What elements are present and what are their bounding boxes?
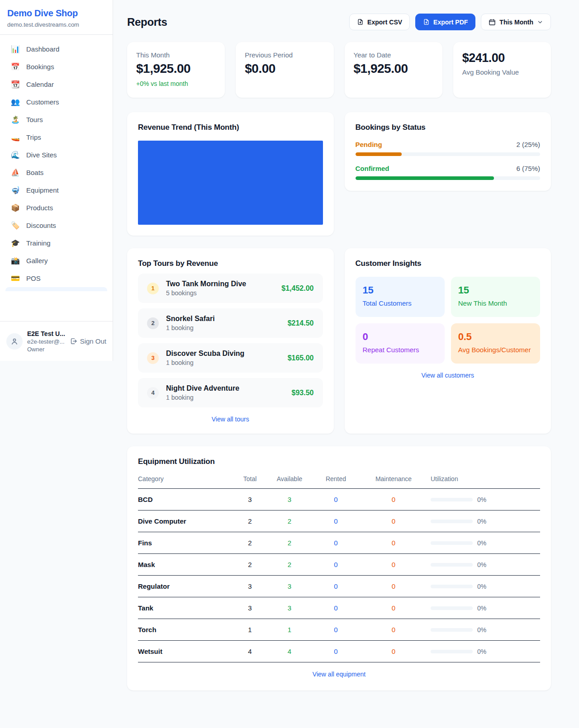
insight-tile: 15 Total Customers	[356, 277, 445, 317]
equipment-total: 4	[228, 648, 271, 655]
nav-item-label: Bookings	[26, 63, 54, 71]
utilization-bar	[431, 541, 473, 545]
tour-row[interactable]: 3 Discover Scuba Diving 1 booking $165.0…	[138, 343, 323, 373]
equipment-available: 4	[271, 648, 308, 655]
tour-bookings: 1 booking	[166, 394, 285, 401]
utilization-percent: 0%	[477, 583, 486, 590]
insights-row: Top Tours by Revenue 1 Two Tank Morning …	[127, 248, 551, 434]
nav-item-icon: 📊	[11, 45, 20, 53]
status-progress-fill	[356, 152, 402, 156]
nav-item-label: Equipment	[26, 186, 59, 194]
stat-label: This Month	[136, 51, 216, 59]
nav-item-icon: 🌊	[11, 151, 20, 159]
equipment-title: Equipment Utilization	[138, 457, 540, 466]
equipment-total: 2	[228, 517, 271, 525]
utilization-percent: 0%	[477, 518, 486, 525]
sidebar-user-footer: E2E Test U... e2e-tester@... Owner Sign …	[0, 321, 113, 361]
sidebar-item[interactable]: 👥 Customers	[5, 93, 107, 111]
period-dropdown[interactable]: This Month	[481, 14, 551, 30]
stat-label: Previous Period	[245, 51, 324, 59]
equipment-maintenance: 0	[364, 496, 423, 503]
utilization-bar	[431, 606, 473, 610]
status-progress-track	[356, 152, 541, 156]
equipment-rented: 0	[308, 561, 364, 568]
sidebar-nav: 📊 Dashboard 📅 Bookings 📆 Calendar 👥 Cust…	[0, 35, 113, 321]
export-pdf-label: Export PDF	[433, 19, 468, 26]
stat-value: $0.00	[245, 61, 324, 76]
insight-tile: 0 Repeat Customers	[356, 323, 445, 364]
equipment-rented: 0	[308, 604, 364, 612]
sidebar-item[interactable]: 🤿 Equipment	[5, 181, 107, 199]
export-pdf-button[interactable]: Export PDF	[415, 14, 475, 30]
nav-item-icon: ⛵	[11, 168, 20, 177]
equipment-rented: 0	[308, 648, 364, 655]
sidebar-item[interactable]: 💳 POS	[5, 269, 107, 287]
equipment-rented: 0	[308, 626, 364, 633]
equipment-total: 1	[228, 626, 271, 633]
calendar-icon	[489, 19, 496, 26]
sidebar: Demo Dive Shop demo.test.divestreams.com…	[0, 0, 113, 361]
stats-row: This Month $1,925.00 +0% vs last month P…	[127, 42, 551, 98]
equipment-table-header: Category Total Available Rented Maintena…	[138, 475, 540, 489]
stat-value: $241.00	[462, 51, 542, 65]
sidebar-item[interactable]: 🎓 Training	[5, 234, 107, 252]
nav-item-label: Products	[26, 204, 53, 212]
col-maintenance: Maintenance	[364, 475, 423, 482]
tour-name: Night Dive Adventure	[166, 384, 285, 392]
view-all-equipment-link[interactable]: View all equipment	[138, 671, 540, 678]
insight-tile: 15 New This Month	[451, 277, 540, 317]
nav-item-icon: 🚤	[11, 133, 20, 142]
status-label: Pending	[356, 141, 382, 148]
tour-bookings: 1 booking	[166, 359, 280, 366]
tour-row[interactable]: 4 Night Dive Adventure 1 booking $93.50	[138, 378, 323, 407]
nav-item-icon: 📸	[11, 256, 20, 265]
chevron-down-icon	[537, 19, 543, 25]
equipment-available: 3	[271, 582, 308, 590]
sidebar-item[interactable]: ⛵ Boats	[5, 164, 107, 181]
page-header: Reports Export CSV Export PDF This Month	[127, 14, 551, 30]
equipment-category: Torch	[138, 626, 228, 633]
col-rented: Rented	[308, 475, 364, 482]
rank-badge: 4	[147, 387, 159, 399]
user-info: E2E Test U... e2e-tester@... Owner	[27, 330, 65, 353]
equipment-row: Regulator 3 3 0 0 0%	[138, 576, 540, 597]
sidebar-item-reports-partial[interactable]	[5, 287, 107, 291]
nav-item-label: Boats	[26, 169, 43, 176]
tour-row[interactable]: 2 Snorkel Safari 1 booking $214.50	[138, 308, 323, 338]
export-csv-button[interactable]: Export CSV	[349, 14, 410, 30]
sidebar-item[interactable]: 🌊 Dive Sites	[5, 146, 107, 164]
sidebar-item[interactable]: 📸 Gallery	[5, 252, 107, 269]
equipment-available: 1	[271, 626, 308, 633]
tour-revenue: $1,452.00	[281, 284, 313, 293]
export-csv-label: Export CSV	[367, 19, 402, 26]
status-label: Confirmed	[356, 165, 389, 172]
utilization-percent: 0%	[477, 496, 486, 503]
revenue-trend-card: Revenue Trend (This Month)	[127, 112, 334, 236]
sidebar-item[interactable]: 🚤 Trips	[5, 128, 107, 146]
view-all-tours-link[interactable]: View all tours	[138, 416, 323, 423]
equipment-table: Category Total Available Rented Maintena…	[138, 475, 540, 662]
tour-row[interactable]: 1 Two Tank Morning Dive 5 bookings $1,45…	[138, 274, 323, 303]
view-all-customers-link[interactable]: View all customers	[356, 372, 541, 379]
nav-item-icon: 💳	[11, 274, 20, 283]
charts-row: Revenue Trend (This Month) Bookings by S…	[127, 112, 551, 236]
period-label: This Month	[499, 19, 533, 26]
sidebar-item[interactable]: 📆 Calendar	[5, 76, 107, 93]
utilization-bar	[431, 650, 473, 653]
sidebar-item[interactable]: 📅 Bookings	[5, 58, 107, 76]
equipment-row: Fins 2 2 0 0 0%	[138, 532, 540, 554]
stat-card-avg-booking: $241.00 Avg Booking Value	[453, 42, 551, 98]
brand: Demo Dive Shop demo.test.divestreams.com	[0, 0, 113, 35]
nav-item-label: Tours	[26, 116, 43, 123]
insight-value: 0	[363, 331, 437, 343]
sign-out-button[interactable]: Sign Out	[70, 337, 106, 345]
stat-label: Year to Date	[354, 51, 433, 59]
sign-out-label: Sign Out	[80, 337, 106, 345]
sidebar-item[interactable]: 📊 Dashboard	[5, 40, 107, 58]
nav-item-icon: 🏷️	[11, 221, 20, 230]
equipment-available: 2	[271, 561, 308, 568]
sidebar-item[interactable]: 🏝️ Tours	[5, 111, 107, 128]
sidebar-item[interactable]: 🏷️ Discounts	[5, 217, 107, 234]
sidebar-item[interactable]: 📦 Products	[5, 199, 107, 217]
stat-card: This Month $1,925.00 +0% vs last month	[127, 42, 225, 98]
